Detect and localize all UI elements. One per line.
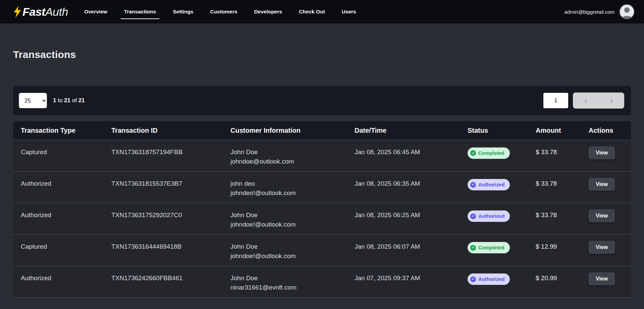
transaction-type-cell: Captured [21, 147, 111, 157]
customer-information-cell: John Doe johndoe!@outlook.com [230, 242, 355, 260]
page-size-select[interactable]: 25 [19, 93, 47, 108]
transaction-id-cell: TXN1736318757194FBB [111, 147, 230, 157]
amount-cell: $ 33.78 [536, 179, 589, 188]
view-button[interactable]: View [589, 209, 615, 222]
user-avatar[interactable] [619, 4, 635, 19]
amount-cell: $ 33.78 [536, 147, 589, 157]
range-total: 21 [78, 97, 85, 104]
range-to-word: to [56, 97, 64, 104]
status-label: Authorized [478, 212, 504, 220]
view-button[interactable]: View [589, 241, 615, 254]
transaction-id-cell: TXN1736242660FBB461 [111, 273, 230, 283]
top-navigation-bar: Fast Auth Overview Transactions Settings… [0, 0, 644, 23]
date-time-cell: Jan 08, 2025 06:45 AM [355, 147, 468, 157]
customer-name: John Doe [230, 211, 258, 219]
topbar-user-area: admin@biggretail.com [565, 4, 635, 19]
user-email: admin@biggretail.com [565, 9, 614, 15]
check-circle-icon: ✓ [470, 182, 476, 188]
logo-text-fast: Fast [22, 5, 45, 18]
view-button[interactable]: View [589, 178, 615, 191]
column-header-status: Status [468, 127, 536, 134]
status-label: Authorized [478, 275, 504, 283]
table-row: Authorized TXN173631815537E3B7 john deo … [13, 172, 631, 203]
amount-cell: $ 33.78 [536, 210, 589, 220]
customer-information-cell: John Doe ninar31661@evnft.com [230, 273, 355, 292]
column-header-customer-information: Customer Information [230, 127, 355, 134]
nav-item-users[interactable]: Users [341, 7, 357, 16]
actions-cell: View [589, 242, 631, 254]
transactions-table: Transaction Type Transaction ID Customer… [13, 121, 631, 298]
range-of-word: of [70, 97, 78, 104]
customer-email: johndeo!@outlook.com [230, 188, 355, 198]
check-circle-icon: ✓ [470, 150, 476, 156]
table-row: Authorized TXN17363175292027C0 John Doe … [13, 203, 631, 235]
column-header-date-time: Date/Time [355, 127, 468, 134]
customer-email: johndoe!@outlook.com [230, 220, 355, 229]
date-time-cell: Jan 08, 2025 06:35 AM [355, 179, 468, 188]
status-cell: ✓ Completed [468, 147, 536, 159]
status-label: Completed [478, 149, 504, 157]
amount-cell: $ 20.99 [536, 273, 589, 283]
customer-email: johndoe!@outlook.com [230, 251, 355, 261]
nav-item-check-out[interactable]: Check Out [298, 7, 326, 16]
previous-page-button[interactable]: ‹ [573, 92, 599, 109]
customer-information-cell: John Doe johndoe@outlook.com [230, 147, 355, 166]
column-header-amount: Amount [536, 127, 589, 134]
pager: 1 ‹ › [543, 92, 624, 109]
view-button[interactable]: View [589, 146, 615, 159]
pagination-control-bar: 25 1 to 21 of 21 1 ‹ › [13, 86, 631, 115]
table-header-row: Transaction Type Transaction ID Customer… [13, 121, 631, 140]
table-row: Authorized TXN1736242660FBB461 John Doe … [13, 266, 631, 298]
table-row: Captured TXN1736318757194FBB John Doe jo… [13, 140, 631, 172]
customer-name: John Doe [230, 148, 258, 156]
nav-item-customers[interactable]: Customers [210, 7, 238, 16]
status-cell: ✓ Authorized [468, 210, 536, 222]
person-icon [620, 5, 634, 19]
nav-item-settings[interactable]: Settings [172, 7, 194, 16]
actions-cell: View [589, 273, 631, 285]
table-row: Captured TXN173631644469418B John Doe jo… [13, 235, 631, 266]
actions-cell: View [589, 210, 631, 222]
amount-cell: $ 12.99 [536, 242, 589, 251]
logo-text-auth: Auth [45, 5, 68, 18]
status-badge: ✓ Completed [468, 242, 510, 253]
customer-name: john deo [230, 180, 255, 187]
table-body: Captured TXN1736318757194FBB John Doe jo… [13, 140, 631, 298]
transaction-id-cell: TXN173631644469418B [111, 242, 230, 251]
chevron-left-icon: ‹ [584, 96, 587, 105]
customer-name: John Doe [230, 274, 258, 282]
transaction-type-cell: Captured [21, 242, 111, 251]
actions-cell: View [589, 179, 631, 191]
check-circle-icon: ✓ [470, 213, 476, 219]
customer-information-cell: John Doe johndoe!@outlook.com [230, 210, 355, 229]
current-page-input[interactable]: 1 [543, 93, 568, 108]
view-button[interactable]: View [589, 272, 615, 285]
status-cell: ✓ Authorized [468, 273, 536, 285]
chevron-right-icon: › [610, 96, 613, 105]
transaction-type-cell: Authorized [21, 273, 111, 283]
status-badge: ✓ Completed [468, 147, 510, 159]
column-header-actions: Actions [589, 127, 631, 134]
lightning-bolt-icon [13, 6, 22, 18]
status-cell: ✓ Authorized [468, 179, 536, 190]
status-badge: ✓ Authorized [468, 273, 510, 285]
nav-item-overview[interactable]: Overview [84, 7, 108, 16]
pager-button-group: ‹ › [573, 92, 624, 109]
nav-item-developers[interactable]: Developers [254, 7, 283, 16]
transaction-id-cell: TXN173631815537E3B7 [111, 179, 230, 188]
status-badge: ✓ Authorized [468, 179, 510, 190]
date-time-cell: Jan 08, 2025 06:25 AM [355, 210, 468, 220]
status-badge: ✓ Authorized [468, 210, 510, 222]
column-header-transaction-id: Transaction ID [111, 127, 230, 134]
status-label: Completed [478, 244, 504, 251]
status-label: Authorized [478, 181, 504, 188]
next-page-button[interactable]: › [599, 92, 625, 109]
check-circle-icon: ✓ [470, 276, 476, 282]
fastauth-logo[interactable]: Fast Auth [13, 5, 68, 18]
transaction-type-cell: Authorized [21, 179, 111, 188]
date-time-cell: Jan 07, 2025 09:37 AM [355, 273, 468, 283]
customer-email: ninar31661@evnft.com [230, 283, 355, 292]
nav-item-transactions[interactable]: Transactions [123, 7, 157, 16]
customer-information-cell: john deo johndeo!@outlook.com [230, 179, 355, 197]
results-range-text: 1 to 21 of 21 [53, 97, 85, 104]
